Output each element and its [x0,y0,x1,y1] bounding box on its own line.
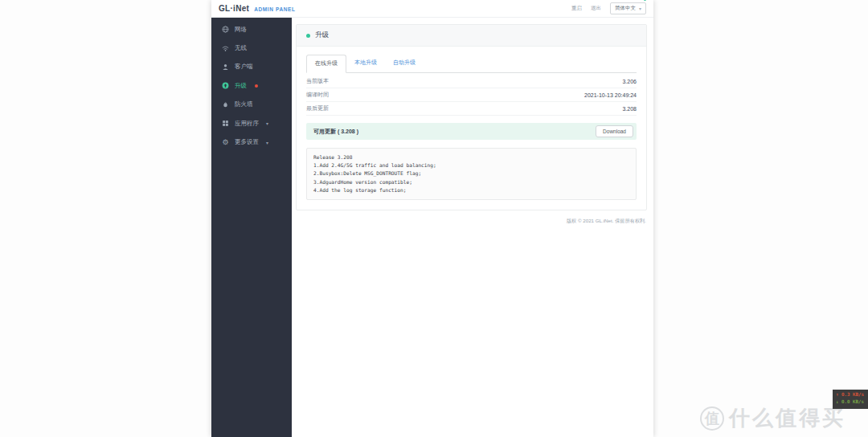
row-label: 编译时间 [306,91,329,99]
tab-online-upgrade[interactable]: 在线升级 [306,55,346,73]
copyright-footer: 版权 © 2021 GL.iNet. 保留所有权利. [296,218,647,225]
arrow-down-icon: ↓ [836,399,839,404]
sidebar-item-upgrade[interactable]: 升级 [211,76,292,95]
tab-local-upgrade[interactable]: 本地升级 [346,55,385,73]
reboot-link[interactable]: 重启 [571,5,582,12]
language-dropdown[interactable]: 简体中文 ▾ [610,2,646,14]
row-label: 最后更新 [306,104,329,112]
available-update-banner: 可用更新 ( 3.208 ) Download [306,123,637,140]
logout-link[interactable]: 退出 [591,5,601,12]
release-notes-line: Release 3.208 [313,153,629,161]
language-label: 简体中文 [615,5,636,12]
row-label: 当前版本 [306,77,329,85]
network-speed-badge: ↑ 0.3 KB/s ↓ 0.0 KB/s [833,390,868,409]
sidebar-item-network[interactable]: 网络 [211,20,292,39]
chevron-down-icon: ▾ [639,6,641,11]
sidebar-item-applications[interactable]: 应用程序 ▾ [211,114,292,133]
watermark-logo-icon: 值 [700,406,724,431]
sidebar-item-label: 更多设置 [235,138,259,146]
upgrade-tabs: 在线升级 本地升级 自动升级 [306,54,637,73]
status-dot-icon [306,34,310,38]
main-content: 升级 在线升级 本地升级 自动升级 当前版本 3.206 编译时间 2021-1… [292,18,653,437]
tab-auto-upgrade[interactable]: 自动升级 [385,55,424,73]
brand-teal-dot [644,0,646,1]
sidebar-item-label: 应用程序 [235,120,259,128]
admin-panel-window: GL·iNet ADMIN PANEL 重启 退出 简体中文 ▾ 网络 无线 [211,0,653,437]
smzdm-watermark: 值 什么值得买 [700,404,845,432]
apps-grid-icon [222,120,229,127]
brand-logo: GL·iNet ADMIN PANEL [219,4,295,13]
card-header: 升级 [297,25,646,47]
upgrade-card: 升级 在线升级 本地升级 自动升级 当前版本 3.206 编译时间 2021-1… [296,24,647,210]
download-speed: ↓ 0.0 KB/s [836,398,864,406]
sidebar-item-label: 无线 [235,44,247,52]
update-badge [255,84,258,88]
page-title: 升级 [315,31,329,40]
download-speed-value: 0.0 KB/s [841,399,864,404]
row-compile-time: 编译时间 2021-10-13 20:49:24 [306,88,637,102]
gear-icon: ⚙ [222,139,229,146]
top-nav: 重启 退出 简体中文 ▾ [571,2,646,14]
wifi-icon [222,45,229,52]
row-value: 3.206 [622,79,637,84]
available-update-label: 可用更新 ( 3.208 ) [313,128,358,136]
sidebar-item-more-settings[interactable]: ⚙ 更多设置 ▾ [211,133,292,151]
upload-speed: ↑ 0.3 KB/s [836,391,864,398]
chevron-down-icon: ▾ [266,120,268,126]
sidebar-item-label: 网络 [235,26,247,34]
release-notes-line: 3.AdguardHome version compatible; [313,178,629,186]
version-info-rows: 当前版本 3.206 编译时间 2021-10-13 20:49:24 最后更新… [306,75,637,116]
row-value: 3.208 [622,106,637,112]
release-notes: Release 3.208 1.Add 2.4G/5G traffic and … [306,148,637,200]
download-button[interactable]: Download [596,125,633,137]
sidebar-item-label: 防火墙 [235,100,253,108]
sidebar-item-label: 客户端 [235,63,253,71]
release-notes-line: 2.Busybox:Delete MSG_DONTROUTE flag; [313,169,629,178]
sidebar-item-firewall[interactable]: 防火墙 [211,96,292,114]
upload-speed-value: 0.3 KB/s [841,392,864,397]
row-latest-update: 最后更新 3.208 [306,102,637,116]
arrow-up-icon: ↑ [836,392,839,397]
chevron-down-icon: ▾ [266,140,268,145]
brand-name: GL·iNet [219,4,249,13]
watermark-text: 什么值得买 [729,404,845,432]
brand-subtitle: ADMIN PANEL [254,6,295,12]
sidebar-item-clients[interactable]: 客户端 [211,58,292,76]
row-value: 2021-10-13 20:49:24 [584,92,637,98]
sidebar-item-wireless[interactable]: 无线 [211,39,292,57]
clients-icon [222,63,229,71]
upgrade-icon [222,82,229,89]
card-body: 在线升级 本地升级 自动升级 当前版本 3.206 编译时间 2021-10-1… [297,47,646,210]
sidebar: 网络 无线 客户端 升级 防火墙 [211,18,292,437]
release-notes-line: 4.Add the log storage function; [313,186,629,194]
row-current-version: 当前版本 3.206 [306,75,637,88]
release-notes-line: 1.Add 2.4G/5G traffic and load balancing… [313,161,629,169]
sidebar-item-label: 升级 [235,82,247,90]
top-header: GL·iNet ADMIN PANEL 重启 退出 简体中文 ▾ [211,0,653,18]
globe-icon [222,26,229,33]
firewall-icon [222,101,229,108]
